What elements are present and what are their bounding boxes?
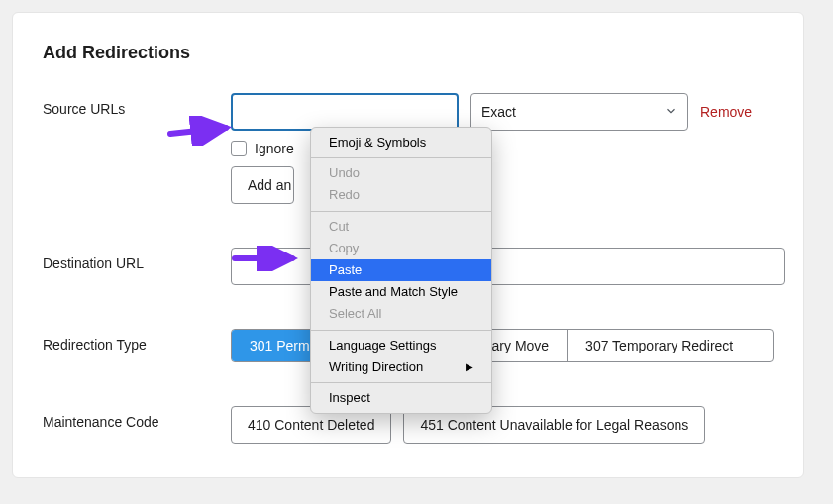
add-another-button[interactable]: Add an bbox=[231, 166, 294, 204]
menu-copy: Copy bbox=[311, 238, 491, 259]
menu-redo: Redo bbox=[311, 184, 491, 206]
menu-undo: Undo bbox=[311, 162, 491, 184]
submenu-arrow-icon: ▶ bbox=[466, 360, 473, 374]
menu-paste[interactable]: Paste bbox=[311, 259, 491, 281]
label-source-urls: Source URLs bbox=[43, 93, 231, 117]
menu-separator bbox=[311, 211, 491, 212]
menu-separator bbox=[311, 157, 491, 158]
menu-cut: Cut bbox=[311, 216, 491, 238]
remove-link[interactable]: Remove bbox=[700, 104, 752, 120]
match-type-select[interactable]: Exact bbox=[470, 93, 688, 131]
menu-writing-direction[interactable]: Writing Direction ▶ bbox=[311, 356, 491, 378]
label-maintenance-code: Maintenance Code bbox=[43, 406, 231, 430]
menu-emoji-symbols[interactable]: Emoji & Symbols bbox=[311, 132, 491, 153]
context-menu: Emoji & Symbols Undo Redo Cut Copy Paste… bbox=[310, 127, 492, 414]
ignore-label: Ignore bbox=[255, 141, 294, 156]
menu-language-settings[interactable]: Language Settings bbox=[311, 335, 491, 356]
menu-select-all: Select All bbox=[311, 303, 491, 325]
redirections-card: Add Redirections Source URLs Exact Remov… bbox=[12, 12, 804, 478]
ignore-checkbox[interactable] bbox=[231, 141, 247, 156]
menu-paste-match-style[interactable]: Paste and Match Style bbox=[311, 281, 491, 303]
menu-separator bbox=[311, 382, 491, 383]
source-url-input[interactable] bbox=[231, 93, 459, 131]
redirection-type-307[interactable]: 307 Temporary Redirect bbox=[568, 330, 751, 361]
chevron-down-icon bbox=[664, 104, 677, 121]
match-type-value: Exact bbox=[481, 104, 516, 120]
label-redirection-type: Redirection Type bbox=[43, 329, 231, 353]
menu-separator bbox=[311, 330, 491, 331]
label-destination-url: Destination URL bbox=[43, 248, 231, 271]
menu-inspect[interactable]: Inspect bbox=[311, 387, 491, 409]
section-title: Add Redirections bbox=[43, 43, 774, 63]
